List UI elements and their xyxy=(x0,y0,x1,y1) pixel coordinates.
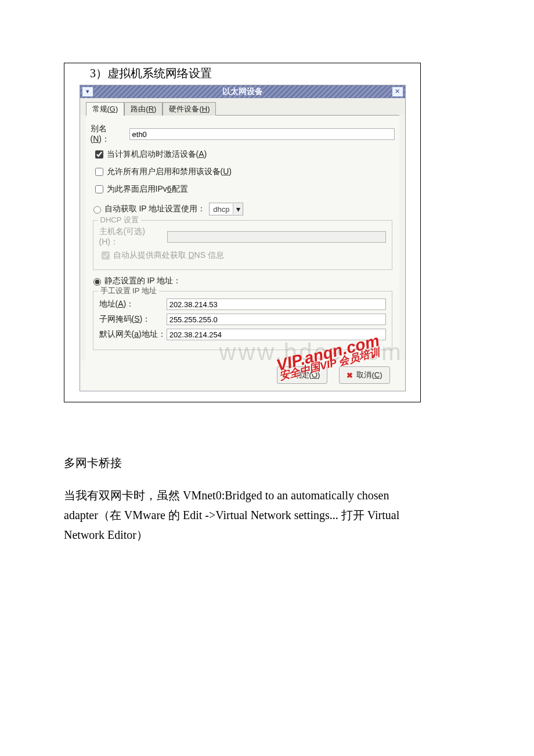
address-label: 地址(A)： xyxy=(99,299,167,309)
auto-ip-label: 自动获取 IP 地址设置使用： xyxy=(104,204,206,214)
gateway-label: 默认网关(a)地址： xyxy=(99,329,167,340)
ethernet-device-dialog: ▾ 以太网设备 ✕ 常规(G) 路由(R) 硬件设备(H) xyxy=(80,85,406,391)
dialog-buttons: ✔ 确定(O) ✖ 取消(C) xyxy=(80,361,405,391)
auto-dns-checkbox xyxy=(102,251,110,260)
document-region: 3）虚拟机系统网络设置 ▾ 以太网设备 ✕ 常规(G) 路由(R) xyxy=(64,63,421,402)
static-ip-label: 静态设置的 IP 地址： xyxy=(104,276,182,286)
section-heading: 3）虚拟机系统网络设置 xyxy=(90,66,420,81)
alias-input[interactable] xyxy=(129,128,395,140)
dialog-titlebar: ▾ 以太网设备 ✕ xyxy=(80,85,405,98)
static-ip-radio[interactable] xyxy=(93,278,101,286)
tab-panel-general: 别名(N)： 当计算机启动时激活设备(A) 允许所有用户启用和禁用该设备(U) … xyxy=(86,115,399,361)
cancel-label: 取消(C) xyxy=(356,370,382,380)
gateway-input[interactable] xyxy=(167,329,386,340)
close-button[interactable]: ✕ xyxy=(392,87,403,97)
close-icon: ✕ xyxy=(395,88,400,95)
auto-ip-select-value: dhcp xyxy=(210,205,233,214)
enable-ipv6-label: 为此界面启用IPv6配置 xyxy=(107,184,188,195)
tab-hardware[interactable]: 硬件设备(H) xyxy=(163,102,216,116)
tab-label: 硬件设备(H) xyxy=(169,105,210,113)
allow-all-users-checkbox[interactable] xyxy=(95,168,103,176)
window-menu-button[interactable]: ▾ xyxy=(82,87,93,97)
tab-label: 路由(R) xyxy=(131,105,156,113)
activate-on-boot-label: 当计算机启动时激活设备(A) xyxy=(107,149,207,160)
ok-button[interactable]: ✔ 确定(O) xyxy=(277,366,328,384)
address-input[interactable] xyxy=(167,298,386,310)
auto-ip-select[interactable]: dhcp ▾ xyxy=(209,203,243,215)
tab-label: 常规(G) xyxy=(92,105,118,113)
cancel-icon: ✖ xyxy=(347,371,353,380)
enable-ipv6-checkbox[interactable] xyxy=(95,185,103,193)
dhcp-fieldset: DHCP 设置 主机名(可选)(H)： 自动从提供商处获取 DNS 信息 xyxy=(93,220,392,270)
tabs-bar: 常规(G) 路由(R) 硬件设备(H) xyxy=(80,98,405,115)
manual-ip-fieldset: 手工设置 IP 地址 地址(A)： 子网掩码(S)： 默认网关(a)地址： xyxy=(93,291,392,350)
dhcp-legend: DHCP 设置 xyxy=(98,215,141,225)
alias-label: 别名(N)： xyxy=(91,124,126,145)
auto-ip-radio[interactable] xyxy=(93,206,101,214)
hostname-input xyxy=(167,231,385,243)
netmask-label: 子网掩码(S)： xyxy=(99,314,167,325)
allow-all-users-label: 允许所有用户启用和禁用该设备(U) xyxy=(107,167,232,177)
ok-label: 确定(O) xyxy=(294,370,320,380)
auto-dns-label: 自动从提供商处获取 DNS 信息 xyxy=(113,250,224,261)
tab-general[interactable]: 常规(G) xyxy=(86,102,125,116)
tab-route[interactable]: 路由(R) xyxy=(124,102,163,116)
netmask-input[interactable] xyxy=(167,314,386,325)
check-icon: ✔ xyxy=(284,371,291,380)
activate-on-boot-checkbox[interactable] xyxy=(95,150,103,159)
paragraph: 当我有双网卡时，虽然 VMnet0:Bridged to an automati… xyxy=(64,485,424,545)
dialog-title: 以太网设备 xyxy=(222,87,263,97)
chevron-down-icon: ▾ xyxy=(233,204,243,214)
subheading: 多网卡桥接 xyxy=(64,453,424,473)
cancel-button[interactable]: ✖ 取消(C) xyxy=(339,366,389,384)
manual-ip-legend: 手工设置 IP 地址 xyxy=(98,286,159,296)
chevron-down-icon: ▾ xyxy=(86,88,89,95)
hostname-label: 主机名(可选)(H)： xyxy=(99,226,164,247)
